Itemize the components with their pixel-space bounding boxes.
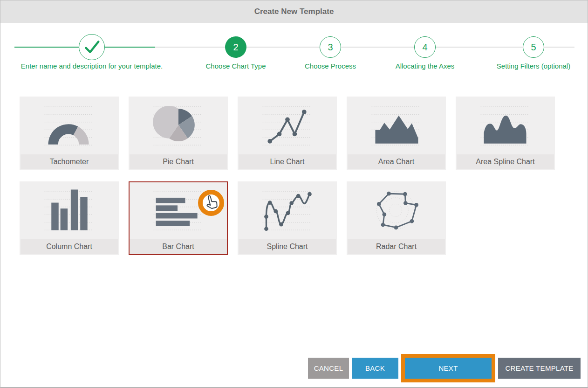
step-5-label: Setting Filters (optional) <box>481 62 586 71</box>
step-3-label: Choose Process <box>279 62 382 71</box>
chart-type-card-line[interactable]: Line Chart <box>238 97 337 170</box>
cursor-highlight-ring <box>198 190 224 216</box>
step-5-number: 5 <box>531 42 536 53</box>
step-1-indicator <box>79 34 105 60</box>
dialog-footer: CANCEL BACK NEXT CREATE TEMPLATE <box>308 354 581 382</box>
step-5-indicator: 5 <box>523 36 544 58</box>
next-button-highlight: NEXT <box>401 354 495 382</box>
stepper-line-segment <box>14 47 79 48</box>
line-chart-icon <box>239 97 336 154</box>
stepper-line-segment <box>436 47 523 48</box>
hand-cursor-icon <box>203 194 219 211</box>
chart-type-grid: Tachometer Pie <box>20 97 555 266</box>
dialog-title: Create New Template <box>254 7 334 16</box>
step-3-indicator: 3 <box>320 36 341 58</box>
column-chart-icon <box>21 182 118 239</box>
step-2-indicator: 2 <box>225 36 246 58</box>
chart-type-card-bar[interactable]: Bar Chart <box>129 181 228 255</box>
step-1-label: Enter name and description for your temp… <box>8 62 176 71</box>
cancel-button[interactable]: CANCEL <box>308 358 349 379</box>
check-icon <box>80 35 103 59</box>
back-button[interactable]: BACK <box>352 358 398 379</box>
area-chart-icon <box>348 97 445 154</box>
area-spline-chart-icon <box>457 97 554 154</box>
tachometer-chart-icon <box>21 97 118 154</box>
chart-type-card-radar[interactable]: Radar Chart <box>347 181 446 255</box>
create-template-button[interactable]: CREATE TEMPLATE <box>498 358 581 379</box>
chart-type-card-column[interactable]: Column Chart <box>20 181 119 255</box>
stepper-line-segment <box>341 47 414 48</box>
dialog-titlebar: Create New Template <box>0 0 588 23</box>
chart-type-card-spline[interactable]: Spline Chart <box>238 181 337 255</box>
chart-type-label: Radar Chart <box>348 239 445 254</box>
step-3-number: 3 <box>328 42 333 53</box>
stepper-line-segment <box>544 47 574 48</box>
stepper-line-segment <box>155 47 225 48</box>
chart-type-card-tachometer[interactable]: Tachometer <box>20 97 119 170</box>
create-template-dialog: Create New Template 2 3 4 5 Enter name a… <box>0 0 588 388</box>
chart-type-label: Bar Chart <box>130 239 227 254</box>
chart-type-row-1: Tachometer Pie <box>20 97 555 170</box>
wizard-stepper: 2 3 4 5 Enter name and description for y… <box>0 23 588 83</box>
chart-type-label: Tachometer <box>21 154 118 169</box>
chart-type-card-area[interactable]: Area Chart <box>347 97 446 170</box>
chart-type-label: Spline Chart <box>239 239 336 254</box>
chart-type-label: Pie Chart <box>130 154 227 169</box>
step-4-indicator: 4 <box>414 36 436 58</box>
chart-type-card-pie[interactable]: Pie Chart <box>129 97 228 170</box>
step-4-number: 4 <box>422 42 427 53</box>
chart-type-row-2: Column Chart <box>20 181 555 255</box>
step-2-number: 2 <box>233 42 238 53</box>
stepper-line-segment <box>105 47 155 48</box>
chart-type-label: Area Spline Chart <box>457 154 554 169</box>
spline-chart-icon <box>239 182 336 239</box>
step-4-label: Allocating the Axes <box>374 62 476 71</box>
stepper-line-segment <box>246 47 320 48</box>
pie-chart-icon <box>130 97 227 154</box>
chart-type-label: Area Chart <box>348 154 445 169</box>
next-button[interactable]: NEXT <box>405 358 492 379</box>
chart-type-card-area-spline[interactable]: Area Spline Chart <box>456 97 555 170</box>
step-2-label: Choose Chart Type <box>185 62 287 71</box>
chart-type-label: Line Chart <box>239 154 336 169</box>
chart-type-label: Column Chart <box>21 239 118 254</box>
radar-chart-icon <box>348 182 445 239</box>
